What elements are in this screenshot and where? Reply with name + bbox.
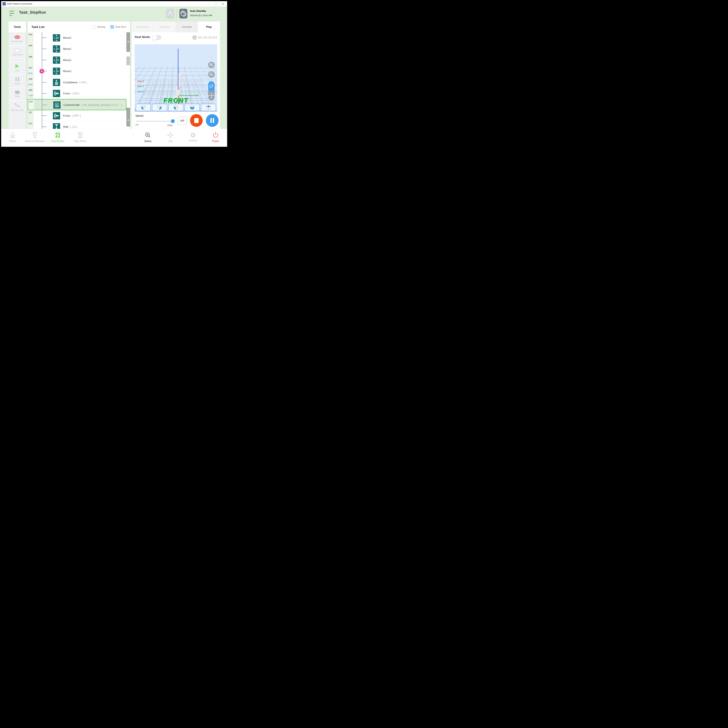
task-row[interactable]: 0091.10 Force( ON ) [28,88,126,99]
play-stop-button[interactable] [190,114,203,127]
task-row[interactable]: 005 J MoveJ [28,43,126,55]
row-number: 012 [29,122,32,125]
view-front-button[interactable] [136,104,151,111]
rotate-3d-icon [208,81,215,91]
page-title: Task_StepRun [19,10,46,15]
bottom-navigation: Home Workcell Manager Task Builder Task … [1,129,227,147]
play-icon [15,64,19,68]
robot-3d-viewport[interactable]: Axis X Axis Y Axis Z FRONT [135,44,217,112]
task-row[interactable]: 0080.51 Compliance( ON ) [28,77,126,88]
task-row[interactable]: 011 Force( OFF ) [28,110,126,121]
command-name: CustomCode [63,103,80,106]
window-titlebar: D DART-Platform GV02110200 – ✕ [1,1,227,7]
nav-task-writer[interactable]: Task Writer [68,132,93,142]
zoom-out-button[interactable] [208,71,215,78]
task-builder-icon [54,132,61,139]
movej-icon: J [53,67,60,75]
stop-icon [15,91,20,94]
step-count-badge: 6 [39,69,44,74]
customcode-icon [53,101,61,109]
stop-square-icon [194,118,199,123]
mode-status-button[interactable] [179,9,187,18]
row-number: 010 [29,100,33,103]
speed-value-input[interactable]: 100 [177,117,187,125]
nav-jog[interactable]: Jog [158,132,183,142]
movej-icon: J [53,57,60,64]
speed-slider-knob[interactable] [171,119,175,123]
view-top-button[interactable] [201,104,216,111]
cube-front-icon [140,105,146,110]
axis-x-label: Axis X [138,80,144,83]
nav-status[interactable]: Status [136,132,160,142]
tab-play[interactable]: Play [198,21,220,32]
break-point-button[interactable]: Break Point [9,32,26,46]
page-header: Task_StepRun Auto Standby 2024.04.25 1:1… [1,7,227,21]
zoom-in-button[interactable] [208,62,215,68]
maximize-icon [215,3,217,5]
workcell-manager-icon [31,132,38,139]
nav-task-builder[interactable]: Task Builder [45,132,70,142]
step-by-step-button[interactable]: Step by Step [9,100,26,113]
pause-button[interactable]: Pause [9,74,26,87]
speed-max-label: 100% [167,124,173,127]
pause-icon [15,77,19,81]
row-number: 008 [29,78,32,80]
command-param: ( ON ) [80,81,87,84]
scrollbar-thumb[interactable] [126,57,130,65]
elapsed-time: 00:00:05.84 [198,36,217,40]
axis-y-label: Axis Y [138,85,144,87]
command-name: MoveJ [63,36,71,39]
maximize-button[interactable] [213,1,218,7]
pause-bars-icon [210,118,212,123]
cube-right-icon [157,105,162,110]
view-iso-button[interactable] [185,104,200,111]
axis-z-label: Axis Z [138,90,144,93]
task-row-selected[interactable]: 010 CustomCode( set_damping_factor([1.0,… [28,99,126,110]
row-number: 011 [29,111,32,113]
zoom-in-icon [208,62,214,68]
view-right-button[interactable] [152,104,167,111]
nav-setting[interactable]: ⚙ Setting [181,132,205,142]
skip-point-button[interactable]: Skip Point [9,46,26,58]
robot-status-button[interactable] [166,9,174,18]
nav-power[interactable]: Power [203,132,227,142]
play-button[interactable]: Play [9,61,26,74]
task-list-panel: Task List Debug ✓ Step Run 004 J MoveJ 0… [28,21,130,129]
speed-min-label: 1% [135,124,139,126]
row-number: 007 [29,67,32,69]
task-row[interactable]: 004 J MoveJ [28,32,126,43]
speed-slider[interactable] [136,121,173,122]
clock-icon [193,35,197,40]
task-list-scrollbar [126,32,130,129]
step-run-checkbox[interactable]: ✓ [110,25,114,29]
nav-workcell-manager[interactable]: Workcell Manager [23,132,47,142]
task-row[interactable]: 006 J MoveJ [28,55,126,66]
menu-icon[interactable] [9,11,15,17]
skip-point-icon [14,49,20,52]
debug-checkbox[interactable] [93,25,96,29]
inspector-tabs: Command Property Variable Play [132,21,220,32]
scroll-down-button[interactable] [126,108,130,127]
up-arrow-icon [127,41,129,42]
rotate-view-button[interactable] [208,81,215,91]
command-param: ( OFF ) [72,114,81,117]
row-duration: 0.11 [28,72,32,74]
robot-arm-icon [166,9,174,18]
tab-variable[interactable]: Variable [176,21,198,32]
stop-button[interactable]: Stop [9,87,26,100]
scroll-up-button[interactable] [126,32,130,52]
inspector-panel: Command Property Variable Play Real Mode… [132,21,220,129]
task-row[interactable]: 012 Wait( 1.0 ) [28,121,126,129]
pan-view-button[interactable] [208,91,215,101]
tab-property[interactable]: Property [154,21,176,32]
tools-divider [9,58,26,61]
close-button[interactable]: ✕ [220,1,225,7]
z-axis-line [178,49,178,89]
tab-command[interactable]: Command [132,21,154,32]
nav-home[interactable]: Home [1,132,25,142]
real-mode-toggle[interactable] [152,35,162,40]
minimize-button[interactable]: – [206,1,211,7]
cube-left-icon [173,105,179,110]
view-left-button[interactable] [168,104,184,111]
play-pause-button[interactable] [206,114,219,127]
